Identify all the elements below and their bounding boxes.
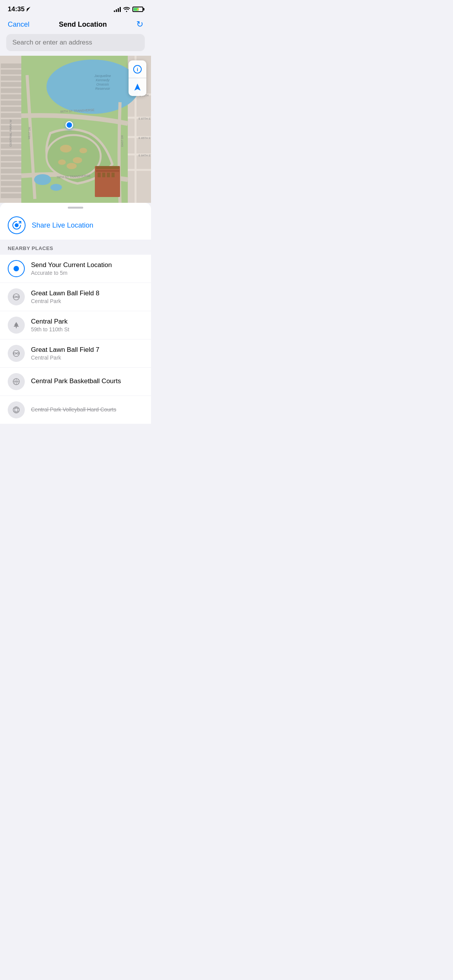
refresh-button[interactable]: ↻ (136, 19, 143, 29)
basketball-icon (8, 373, 25, 390)
svg-text:Onassis: Onassis (96, 82, 109, 86)
svg-rect-7 (1, 94, 22, 99)
location-name: Great Lawn Ball Field 8 (31, 290, 143, 297)
svg-text:i: i (137, 67, 138, 72)
svg-rect-47 (112, 173, 115, 177)
list-item[interactable]: Central Park Volleyball Hard Courts (0, 396, 151, 424)
location-name: Central Park Basketball Courts (31, 377, 143, 385)
live-location-icon (12, 220, 22, 230)
svg-point-32 (46, 60, 139, 114)
svg-point-35 (73, 157, 82, 163)
svg-rect-46 (107, 173, 110, 177)
svg-rect-6 (1, 88, 22, 93)
svg-rect-3 (1, 70, 22, 74)
svg-rect-44 (98, 173, 101, 177)
location-sub: 59th to 110th St (31, 326, 143, 332)
svg-text:Reservoir: Reservoir (95, 87, 111, 91)
location-name: Central Park (31, 318, 143, 326)
location-sub: Central Park (31, 355, 143, 361)
svg-rect-9 (1, 107, 22, 111)
location-text: Central Park Volleyball Hard Courts (31, 406, 143, 413)
map-info-button[interactable]: i (129, 60, 146, 78)
nav-bar: Cancel Send Location ↻ (0, 16, 151, 34)
battery-icon: ⚡ (132, 7, 143, 12)
location-text: Central Park Basketball Courts (31, 377, 143, 386)
map-view[interactable]: Jacqueline Kennedy Onassis Reservoir 86T… (0, 56, 151, 203)
svg-rect-2 (1, 63, 22, 68)
location-text: Central Park 59th to 110th St (31, 318, 143, 332)
search-container (0, 34, 151, 56)
svg-text:EAST DR: EAST DR (121, 135, 124, 147)
status-time: 14:35 (8, 5, 31, 13)
location-name-strikethrough: Central Park Volleyball Hard Courts (31, 406, 143, 413)
svg-point-63 (15, 223, 19, 227)
status-bar: 14:35 ⚡ (0, 0, 151, 16)
bottom-sheet: Share Live Location NEARBY PLACES Send Y… (0, 203, 151, 424)
user-location-dot (65, 121, 73, 129)
list-item[interactable]: Great Lawn Ball Field 7 Central Park (0, 339, 151, 368)
share-location-icon (8, 216, 26, 234)
list-item[interactable]: Send Your Current Location Accurate to 5… (0, 255, 151, 283)
svg-rect-17 (1, 156, 22, 161)
share-live-location-item[interactable]: Share Live Location (0, 211, 151, 240)
cancel-button[interactable]: Cancel (8, 21, 29, 29)
navigation-icon (133, 83, 142, 91)
volleyball-icon (8, 401, 25, 418)
location-text: Great Lawn Ball Field 8 Central Park (31, 290, 143, 304)
location-name: Great Lawn Ball Field 7 (31, 346, 143, 354)
svg-point-37 (79, 148, 87, 153)
svg-text:Jacqueline: Jacqueline (94, 74, 111, 78)
svg-rect-42 (96, 166, 119, 169)
svg-rect-23 (1, 194, 22, 198)
drag-handle (68, 207, 83, 209)
svg-point-68 (13, 407, 19, 413)
svg-rect-21 (1, 181, 22, 186)
svg-text:E 87TH ST: E 87TH ST (139, 117, 151, 120)
svg-rect-5 (1, 82, 22, 87)
current-location-icon (8, 260, 25, 277)
location-sub: Central Park (31, 298, 143, 304)
wifi-icon (123, 7, 130, 12)
share-live-location-label: Share Live Location (32, 221, 93, 230)
sheet-handle (0, 203, 151, 211)
search-input[interactable] (6, 34, 145, 51)
my-location-button[interactable] (129, 78, 146, 96)
svg-point-33 (46, 135, 101, 178)
location-list: Send Your Current Location Accurate to 5… (0, 255, 151, 424)
svg-point-36 (58, 159, 66, 165)
svg-text:WEST DR: WEST DR (27, 127, 31, 139)
svg-rect-43 (96, 170, 119, 172)
map-controls: i (129, 60, 146, 96)
location-text: Great Lawn Ball Field 7 Central Park (31, 346, 143, 361)
svg-rect-18 (1, 163, 22, 167)
park-icon (8, 317, 25, 334)
svg-point-38 (67, 163, 77, 169)
list-item[interactable]: Central Park 59th to 110th St (0, 311, 151, 339)
svg-rect-8 (1, 101, 22, 105)
svg-rect-19 (1, 169, 22, 173)
svg-text:E 85TH ST: E 85TH ST (139, 137, 151, 139)
list-item[interactable]: Central Park Basketball Courts (0, 368, 151, 396)
info-icon: i (133, 65, 142, 74)
status-icons: ⚡ (114, 7, 143, 12)
location-sub: Accurate to 5m (31, 270, 143, 276)
signal-bars (114, 7, 121, 12)
baseball-icon (8, 288, 25, 305)
svg-point-40 (50, 184, 62, 191)
page-title: Send Location (59, 21, 107, 29)
nearby-places-header: NEARBY PLACES (0, 240, 151, 255)
baseball-icon (8, 345, 25, 362)
location-text: Send Your Current Location Accurate to 5… (31, 261, 143, 276)
svg-rect-4 (1, 76, 22, 81)
svg-rect-20 (1, 175, 22, 180)
svg-rect-16 (1, 150, 22, 155)
list-item[interactable]: Great Lawn Ball Field 8 Central Park (0, 283, 151, 311)
svg-rect-45 (102, 173, 105, 177)
svg-text:E 84TH ST: E 84TH ST (139, 154, 151, 157)
svg-point-39 (34, 174, 51, 185)
svg-rect-22 (1, 187, 22, 192)
svg-rect-10 (1, 113, 22, 118)
svg-text:CENTRAL PARK W: CENTRAL PARK W (9, 119, 12, 147)
svg-point-34 (60, 145, 72, 152)
svg-text:Kennedy: Kennedy (96, 78, 110, 82)
